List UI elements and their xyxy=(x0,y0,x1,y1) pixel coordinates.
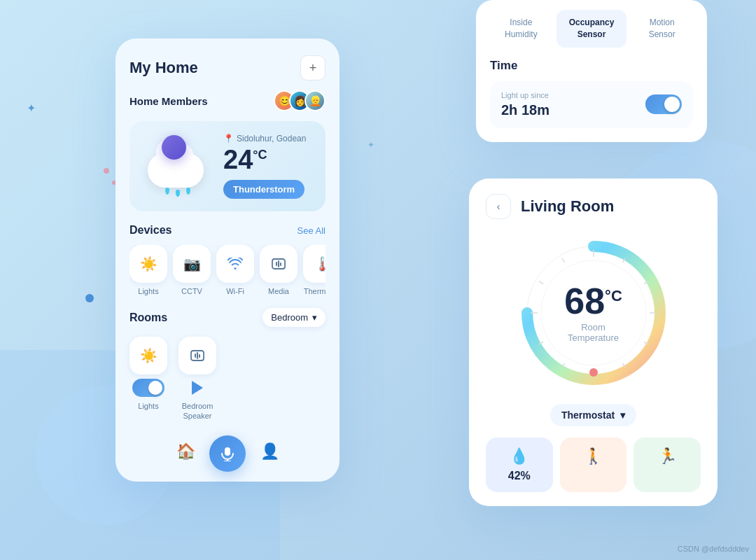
svg-rect-3 xyxy=(280,262,281,266)
rain-drop-4 xyxy=(186,188,190,195)
living-room-title: Living Room xyxy=(521,197,614,216)
device-item-lights: ☀️ Lights xyxy=(130,245,167,295)
sensor-tabs: InsideHumidity OccupancySensor MotionSen… xyxy=(476,0,707,48)
room-devices-grid: ☀️ Lights BedroomSpeaker xyxy=(130,337,326,421)
phone-header: My Home + xyxy=(130,55,326,80)
weather-icon xyxy=(141,135,218,198)
room-selector-dropdown[interactable]: Bedroom ▾ xyxy=(262,308,326,327)
speaker-play-indicator xyxy=(181,379,214,397)
time-info-row: Light up since 2h 18m xyxy=(490,81,693,128)
member-avatars: 😊 👩 👱 xyxy=(274,90,326,111)
device-label-wifi: Wi-Fi xyxy=(226,287,244,295)
humidity-icon: 💧 xyxy=(496,447,543,465)
device-icon-cctv[interactable]: 📷 xyxy=(173,245,211,283)
left-phone-card: My Home + Home Members 😊 👩 👱 📍 Sidoluhur… xyxy=(115,38,340,482)
devices-grid: ☀️ Lights 📷 CCTV Wi-Fi xyxy=(130,245,326,295)
weather-info: 📍 Sidoluhur, Godean 24°C Thunderstorm xyxy=(218,134,314,199)
device-icon-thermostat[interactable]: 🌡️ xyxy=(303,245,326,283)
sensor-card-motion: 🏃 xyxy=(634,438,701,492)
device-item-cctv: 📷 CCTV xyxy=(173,245,211,295)
thermostat-selector: Thermostat ▾ xyxy=(486,404,701,426)
room-lights-icon[interactable]: ☀️ xyxy=(130,337,167,374)
thermostat-dropdown[interactable]: Thermostat ▾ xyxy=(550,404,636,426)
thermostat-label: Thermostat xyxy=(561,410,615,421)
app-title: My Home xyxy=(130,59,198,77)
room-device-lights: ☀️ Lights xyxy=(130,337,167,421)
nav-home-icon[interactable]: 🏠 xyxy=(176,442,195,461)
device-icon-lights[interactable]: ☀️ xyxy=(130,245,167,283)
device-item-thermostat: 🌡️ Thermos... xyxy=(303,245,326,295)
see-all-link[interactable]: See All xyxy=(298,225,326,236)
time-section-title: Time xyxy=(490,59,693,73)
right-bottom-card: ‹ Living Room xyxy=(469,178,718,506)
living-room-header: ‹ Living Room xyxy=(486,194,701,219)
weather-card: 📍 Sidoluhur, Godean 24°C Thunderstorm xyxy=(130,121,326,211)
gauge-room-label: RoomTemperature xyxy=(564,322,622,343)
home-members-section: Home Members 😊 👩 👱 xyxy=(130,90,326,111)
time-toggle[interactable] xyxy=(645,94,682,114)
room-device-speaker: BedroomSpeaker xyxy=(178,337,216,421)
tab-occupancy-sensor[interactable]: OccupancySensor xyxy=(556,10,627,48)
play-icon xyxy=(192,381,203,395)
location-pin-icon: 📍 xyxy=(223,134,234,144)
bottom-navigation: 🏠 👤 xyxy=(130,433,326,468)
pink-dot-1 xyxy=(104,168,109,174)
thermostat-gauge: 68°C RoomTemperature xyxy=(486,236,701,390)
add-button[interactable]: + xyxy=(300,55,326,80)
svg-rect-8 xyxy=(225,447,230,456)
gauge-indicator xyxy=(589,368,598,377)
device-icon-wifi[interactable] xyxy=(216,245,254,283)
svg-rect-2 xyxy=(278,260,279,267)
tab-inside-humidity[interactable]: InsideHumidity xyxy=(486,10,556,48)
rain-drop-3 xyxy=(176,190,180,197)
sensor-cards-row: 💧 42% 🚶 🏃 xyxy=(486,438,701,492)
motion-icon: 🏃 xyxy=(643,447,691,465)
device-item-wifi: Wi-Fi xyxy=(216,245,254,295)
chevron-down-icon: ▾ xyxy=(312,312,317,323)
sensor-card-occupancy: 🚶 xyxy=(560,438,627,492)
thermostat-chevron-icon: ▾ xyxy=(620,410,625,421)
devices-title: Devices xyxy=(130,224,172,237)
svg-line-24 xyxy=(562,258,565,262)
svg-line-23 xyxy=(539,281,543,284)
right-top-card: InsideHumidity OccupancySensor MotionSen… xyxy=(476,0,707,142)
person-walk-icon: 🚶 xyxy=(570,447,617,465)
star-decoration-2: ✦ xyxy=(27,102,36,115)
time-left-info: Light up since 2h 18m xyxy=(501,91,550,118)
svg-rect-1 xyxy=(276,262,277,266)
sensor-card-humidity: 💧 42% xyxy=(486,438,553,492)
room-speaker-icon[interactable] xyxy=(178,337,216,374)
weather-condition-badge: Thunderstorm xyxy=(223,180,304,199)
rooms-title: Rooms xyxy=(130,312,167,324)
moon-icon xyxy=(162,135,186,160)
rain-drop-2 xyxy=(165,188,169,195)
svg-rect-7 xyxy=(199,354,200,358)
star-decoration-3: ✦ xyxy=(368,140,374,150)
home-members-label: Home Members xyxy=(130,95,208,107)
device-label-lights: Lights xyxy=(138,287,158,295)
weather-temperature: 24°C xyxy=(223,146,314,173)
nav-profile-icon[interactable]: 👤 xyxy=(260,442,279,461)
svg-rect-5 xyxy=(195,354,196,358)
mic-button[interactable] xyxy=(209,435,246,472)
back-button[interactable]: ‹ xyxy=(486,194,511,219)
weather-location: 📍 Sidoluhur, Godean xyxy=(223,134,314,144)
lights-toggle[interactable] xyxy=(132,379,164,397)
avatar-3: 👱 xyxy=(304,90,326,111)
time-duration: 2h 18m xyxy=(501,102,550,118)
humidity-value: 42% xyxy=(496,470,543,482)
devices-section-header: Devices See All xyxy=(130,224,326,237)
watermark: CSDN @defdsdddev xyxy=(678,545,749,553)
dot-decoration-1 xyxy=(85,294,94,302)
device-label-media: Media xyxy=(268,287,289,295)
gauge-center-display: 68°C RoomTemperature xyxy=(564,283,622,343)
room-lights-label: Lights xyxy=(138,401,158,411)
time-section: Time Light up since 2h 18m xyxy=(476,59,707,128)
rooms-section-header: Rooms Bedroom ▾ xyxy=(130,308,326,327)
gauge-temperature: 68°C xyxy=(564,283,622,319)
device-label-thermostat: Thermos... xyxy=(304,287,326,295)
device-icon-media[interactable] xyxy=(260,245,298,283)
room-speaker-label: BedroomSpeaker xyxy=(182,401,214,421)
light-up-label: Light up since xyxy=(501,91,550,99)
tab-motion-sensor[interactable]: MotionSensor xyxy=(626,10,697,48)
